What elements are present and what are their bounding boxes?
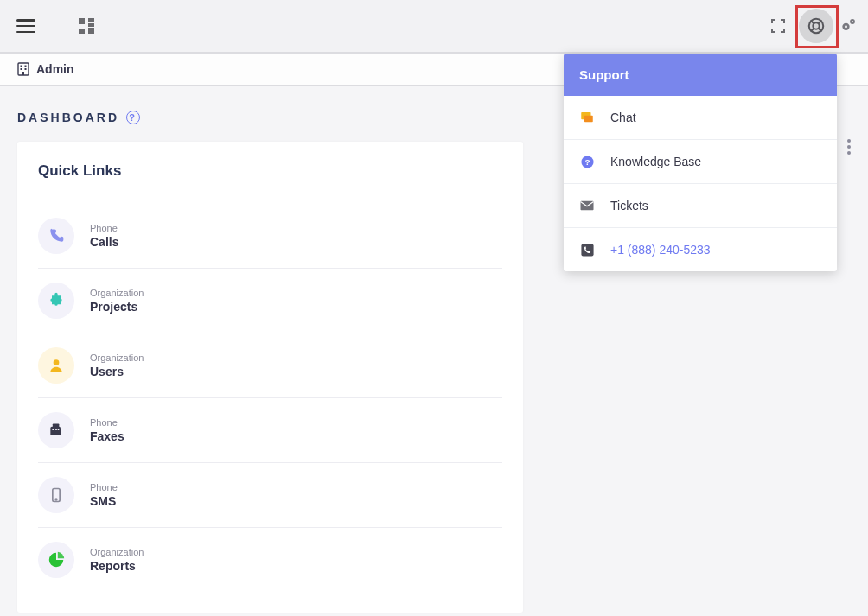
- support-button[interactable]: [799, 9, 833, 43]
- support-chat-label: Chat: [610, 111, 636, 124]
- support-panel: Support Chat ? Knowledge Base Tickets +1…: [564, 54, 837, 271]
- chat-icon: [579, 110, 595, 125]
- svg-point-12: [54, 359, 60, 365]
- top-bar: [0, 0, 868, 52]
- quick-link-reports[interactable]: Organization Reports: [38, 528, 502, 592]
- support-kb-label: Knowledge Base: [610, 155, 701, 168]
- gears-icon: [839, 17, 857, 35]
- user-icon: [48, 357, 65, 374]
- svg-point-1: [813, 22, 819, 29]
- quick-links-card: Quick Links Phone Calls Organization Pro…: [17, 142, 523, 613]
- svg-rect-10: [25, 68, 27, 70]
- quick-links-title: Quick Links: [38, 162, 502, 180]
- quick-link-name: Calls: [90, 235, 118, 249]
- lifebuoy-icon: [807, 16, 826, 35]
- quick-link-projects[interactable]: Organization Projects: [38, 269, 502, 333]
- quick-link-faxes[interactable]: Phone Faxes: [38, 398, 502, 463]
- support-chat[interactable]: Chat: [564, 96, 837, 140]
- more-options-button[interactable]: [847, 137, 851, 157]
- help-icon[interactable]: ?: [126, 111, 140, 124]
- apps-button[interactable]: [69, 9, 104, 43]
- svg-rect-13: [50, 427, 61, 435]
- breadcrumb-label: Admin: [36, 62, 74, 76]
- svg-rect-8: [25, 66, 27, 67]
- svg-text:?: ?: [584, 157, 590, 167]
- quick-link-name: Faxes: [90, 429, 124, 443]
- settings-button[interactable]: [837, 9, 859, 43]
- phone-square-icon: [580, 243, 595, 257]
- fax-icon: [48, 422, 65, 439]
- quick-link-users[interactable]: Organization Users: [38, 333, 502, 398]
- svg-rect-21: [584, 116, 593, 123]
- svg-point-19: [55, 499, 57, 500]
- svg-rect-11: [22, 72, 24, 75]
- support-tickets[interactable]: Tickets: [564, 184, 837, 228]
- support-phone[interactable]: +1 (888) 240-5233: [564, 228, 837, 271]
- quick-link-name: Users: [90, 365, 144, 378]
- quick-link-category: Phone: [90, 223, 118, 233]
- quick-link-category: Organization: [90, 288, 144, 298]
- puzzle-icon: [48, 292, 65, 309]
- quick-link-category: Phone: [90, 417, 124, 428]
- page-title: DASHBOARD ?: [17, 111, 523, 124]
- svg-rect-24: [581, 201, 594, 211]
- support-kb[interactable]: ? Knowledge Base: [564, 140, 837, 184]
- envelope-icon: [579, 200, 595, 212]
- phone-icon: [48, 227, 65, 244]
- building-icon: [17, 62, 29, 76]
- svg-point-3: [845, 25, 847, 28]
- fullscreen-icon: [770, 18, 786, 34]
- quick-link-category: Organization: [90, 352, 144, 363]
- quick-link-category: Phone: [90, 482, 118, 492]
- quick-link-name: SMS: [90, 494, 118, 508]
- apps-icon: [79, 18, 94, 34]
- svg-rect-16: [55, 429, 57, 430]
- quick-link-sms[interactable]: Phone SMS: [38, 463, 502, 528]
- hamburger-icon: [16, 19, 35, 33]
- fullscreen-button[interactable]: [761, 9, 795, 43]
- support-phone-label: +1 (888) 240-5233: [610, 243, 711, 257]
- svg-rect-14: [53, 424, 60, 428]
- mobile-icon: [48, 486, 65, 504]
- quick-link-name: Reports: [90, 559, 144, 573]
- quick-link-calls[interactable]: Phone Calls: [38, 204, 502, 269]
- quick-link-category: Organization: [90, 547, 144, 557]
- svg-rect-17: [58, 429, 60, 430]
- pie-chart-icon: [47, 550, 66, 569]
- svg-rect-15: [52, 429, 54, 430]
- svg-rect-9: [21, 68, 22, 70]
- menu-button[interactable]: [9, 9, 43, 43]
- support-tickets-label: Tickets: [610, 199, 648, 213]
- support-panel-header: Support: [564, 54, 837, 96]
- question-circle-icon: ?: [580, 155, 595, 169]
- svg-rect-25: [581, 244, 593, 256]
- svg-rect-7: [21, 66, 22, 67]
- svg-point-5: [852, 21, 853, 22]
- quick-link-name: Projects: [90, 300, 144, 314]
